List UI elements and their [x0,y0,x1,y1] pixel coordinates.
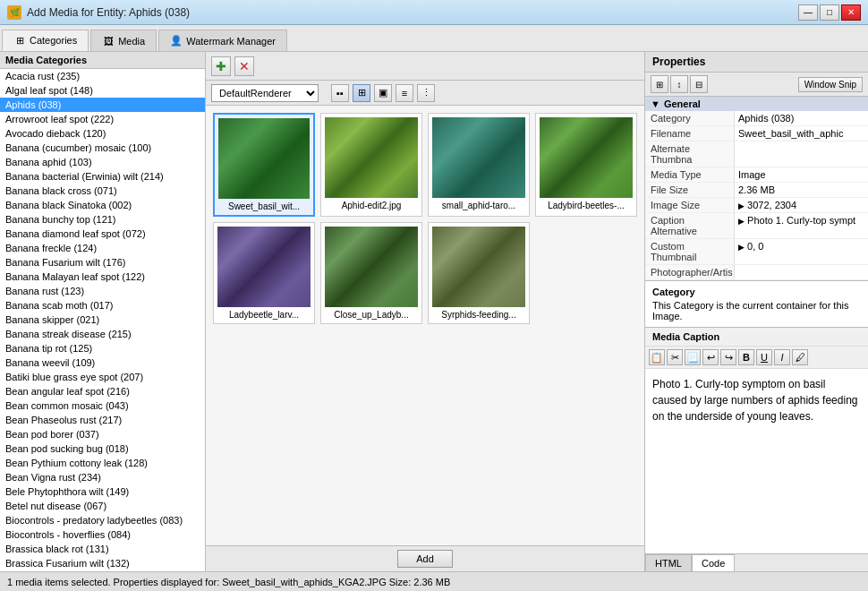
tab-bar: ⊞ Categories 🖼 Media 👤 Watermark Manager [0,25,868,52]
close-button[interactable]: ✕ [841,4,861,21]
category-item[interactable]: Banana diamond leaf spot (072) [0,227,205,241]
thumb-label: Ladybird-beetles-... [548,201,625,210]
prop-row: Caption Alternative▶ Photo 1. Curly-top … [645,213,868,239]
view-detail-button[interactable]: ≡ [396,84,413,102]
prop-row: CategoryAphids (038) [645,111,868,126]
view-slider-button[interactable]: ⋮ [417,84,435,102]
cap-btn-4[interactable]: ↩ [702,349,719,365]
window-controls: — □ ✕ [798,4,861,21]
category-item[interactable]: Arrowroot leaf spot (222) [0,112,205,126]
prop-row: File Size2.36 MB [645,183,868,198]
category-item[interactable]: Algal leaf spot (148) [0,83,205,98]
category-item[interactable]: Bean Pythium cottony leak (128) [0,456,205,470]
general-section-header[interactable]: ▼ General [645,97,868,111]
renderer-select[interactable]: DefaultRenderer [211,84,319,102]
category-item[interactable]: Banana Fusarium wilt (176) [0,255,205,270]
category-item[interactable]: Banana streak disease (215) [0,327,205,341]
cap-btn-italic[interactable]: I [774,349,790,365]
thumb-item[interactable]: Ladybird-beetles-... [535,113,637,217]
category-item[interactable]: Brassica black rot (131) [0,542,205,556]
caption-text: Photo 1. Curly-top symptom on basil caus… [645,369,868,553]
prop-label: Photographer/Artis [645,265,735,279]
category-item[interactable]: Banana skipper (021) [0,313,205,327]
category-item[interactable]: Banana aphid (103) [0,155,205,169]
category-item[interactable]: Batiki blue grass eye spot (207) [0,370,205,384]
code-tab[interactable]: Code [692,554,735,571]
category-item[interactable]: Banana bacterial (Erwinia) wilt (214) [0,169,205,184]
view-medium-button[interactable]: ⊞ [353,84,370,102]
main-layout: Media Categories Acacia rust (235)Algal … [0,52,868,571]
tab-media[interactable]: 🖼 Media [90,30,157,51]
category-item[interactable]: Banana scab moth (017) [0,298,205,313]
category-item[interactable]: Banana weevil (109) [0,355,205,370]
thumb-image [325,117,418,198]
tab-categories[interactable]: ⊞ Categories [2,30,89,51]
html-tab[interactable]: HTML [645,554,692,571]
add-media-button[interactable]: ✚ [211,56,231,76]
cap-btn-3[interactable]: 📃 [685,349,701,365]
prop-label: File Size [645,183,735,197]
category-item[interactable]: Bean angular leaf spot (216) [0,384,205,398]
category-item[interactable]: Banana rust (123) [0,284,205,298]
cap-btn-1[interactable]: 📋 [649,349,665,365]
category-item[interactable]: Bean Phaseolus rust (217) [0,413,205,427]
thumb-item[interactable]: Ladybeetle_larv... [213,222,315,324]
thumb-item[interactable]: Sweet_basil_wit... [213,113,315,217]
prop-label: Image Size [645,198,735,212]
minimize-button[interactable]: — [798,4,818,21]
category-item[interactable]: Brassica Fusarium wilt (132) [0,556,205,570]
window-snip-button[interactable]: Window Snip [798,77,863,92]
category-item[interactable]: Betel nut disease (067) [0,499,205,513]
thumb-label: Aphid-edit2.jpg [342,201,402,210]
add-button[interactable]: Add [397,550,453,568]
cap-btn-5[interactable]: ↪ [720,349,736,365]
category-item[interactable]: Bean pod borer (037) [0,427,205,441]
panel-bottom: Add [206,545,644,571]
thumb-item[interactable]: Close_up_Ladyb... [320,222,422,324]
prop-value[interactable]: ▶ 3072, 2304 [735,198,868,212]
prop-value[interactable]: ▶ Photo 1. Curly-top sympt [735,213,868,238]
cap-btn-underline[interactable]: U [756,349,772,365]
category-item[interactable]: Bele Phytophthora wilt (149) [0,484,205,499]
thumb-item[interactable]: Aphid-edit2.jpg [320,113,422,217]
cap-btn-format[interactable]: 🖊 [792,349,808,365]
thumb-item[interactable]: Syrphids-feeding... [428,222,530,324]
category-item[interactable]: Bean pod sucking bug (018) [0,441,205,456]
view-large-button[interactable]: ▣ [374,84,392,102]
view-small-button[interactable]: ▪▪ [331,84,349,102]
category-item[interactable]: Banana (cucumber) mosaic (100) [0,141,205,155]
cap-btn-bold[interactable]: B [738,349,754,365]
category-item[interactable]: Biocontrols - hoverflies (084) [0,527,205,542]
remove-media-button[interactable]: ✕ [234,56,254,76]
category-item[interactable]: Banana bunchy top (121) [0,212,205,227]
category-item[interactable]: Banana Malayan leaf spot (122) [0,270,205,284]
category-item[interactable]: Bean Vigna rust (234) [0,470,205,484]
category-item[interactable]: Biocontrols - predatory ladybeetles (083… [0,513,205,527]
category-item[interactable]: Banana tip rot (125) [0,341,205,355]
props-tool-2[interactable]: ↕ [670,75,688,93]
category-item[interactable]: Brassica damping back moth (020) [0,570,205,571]
thumb-image [217,227,311,307]
tab-watermark[interactable]: 👤 Watermark Manager [158,30,287,51]
props-toolbar: ⊞ ↕ ⊟ Window Snip [645,73,868,97]
prop-value[interactable]: ▶ 0, 0 [735,239,868,264]
thumb-label: Close_up_Ladyb... [334,310,408,320]
category-item[interactable]: Banana black Sinatoka (002) [0,198,205,212]
thumb-item[interactable]: small_aphid-taro... [428,113,530,217]
prop-label: Media Type [645,167,735,182]
maximize-button[interactable]: □ [820,4,839,21]
view-toolbar: DefaultRenderer ▪▪ ⊞ ▣ ≡ ⋮ [206,81,644,106]
media-categories-header: Media Categories [0,52,205,69]
props-tool-1[interactable]: ⊞ [651,75,668,93]
props-tool-3[interactable]: ⊟ [690,75,708,93]
left-panel: Media Categories Acacia rust (235)Algal … [0,52,206,571]
category-item[interactable]: Banana black cross (071) [0,184,205,198]
category-item[interactable]: Bean common mosaic (043) [0,398,205,413]
category-item[interactable]: Banana freckle (124) [0,241,205,255]
category-item[interactable]: Acacia rust (235) [0,69,205,83]
thumb-image [432,117,525,198]
category-item[interactable]: Avocado dieback (120) [0,126,205,141]
category-item[interactable]: Aphids (038) [0,98,205,112]
category-list[interactable]: Acacia rust (235)Algal leaf spot (148)Ap… [0,69,205,571]
cap-btn-2[interactable]: ✂ [667,349,683,365]
